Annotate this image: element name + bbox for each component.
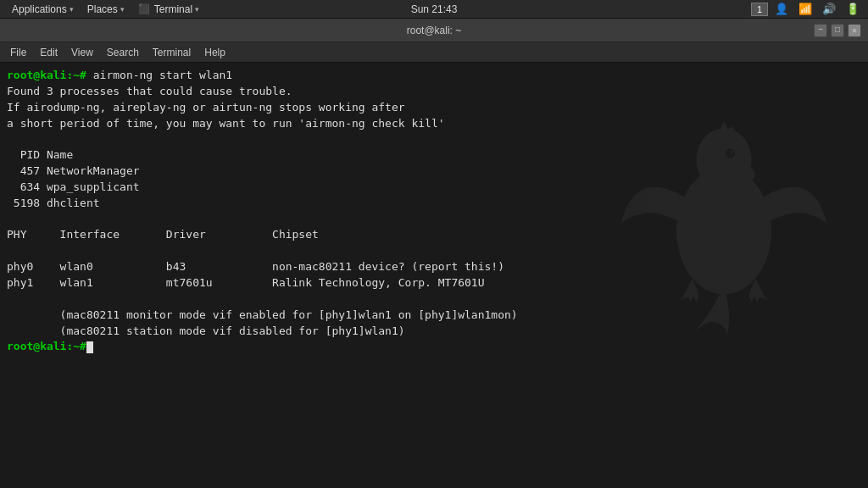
- window-controls: − □ ✕: [814, 24, 861, 37]
- battery-icon: 🔋: [843, 3, 863, 16]
- terminal-label: Terminal: [154, 3, 192, 15]
- workspace-indicator[interactable]: 1: [751, 3, 768, 16]
- title-bar: root@kali: ~ − □ ✕: [0, 19, 868, 42]
- system-tray: 1 👤 📶 🔊 🔋: [751, 3, 863, 16]
- terminal-window: root@kali: ~ − □ ✕ File Edit View: [0, 19, 868, 488]
- terminal-menu[interactable]: ⬛ Terminal ▾: [131, 2, 206, 17]
- search-menu[interactable]: Search: [100, 45, 146, 60]
- help-menu[interactable]: Help: [198, 45, 232, 60]
- wifi-icon: 📶: [795, 3, 815, 16]
- close-button[interactable]: ✕: [848, 24, 861, 37]
- applications-label: Applications: [12, 3, 67, 15]
- view-menu[interactable]: View: [64, 45, 100, 60]
- terminal-output: root@kali:~# airmon-ng start wlan1 Found…: [7, 68, 861, 355]
- cursor: [86, 341, 93, 353]
- clock-display: Sun 21:43: [411, 3, 458, 15]
- users-icon: 👤: [771, 3, 792, 16]
- system-bar: Applications ▾ Places ▾ ⬛ Terminal ▾ Sun…: [0, 0, 868, 19]
- menu-bar: File Edit View Search Terminal Help: [0, 42, 868, 63]
- terminal-arrow: ▾: [195, 5, 199, 14]
- places-menu[interactable]: Places ▾: [81, 2, 131, 17]
- applications-menu[interactable]: Applications ▾: [5, 2, 81, 17]
- terminal-menu-item[interactable]: Terminal: [146, 45, 198, 60]
- places-arrow: ▾: [120, 5, 125, 14]
- workspace-number: 1: [757, 4, 762, 14]
- window-title: root@kali: ~: [407, 25, 462, 36]
- file-menu[interactable]: File: [3, 45, 33, 60]
- applications-arrow: ▾: [70, 5, 74, 14]
- prompt1: root@kali:~#: [7, 69, 86, 81]
- places-label: Places: [87, 3, 118, 15]
- prompt2: root@kali:~#: [7, 340, 86, 352]
- system-bar-left: Applications ▾ Places ▾ ⬛ Terminal ▾: [5, 2, 206, 17]
- volume-icon: 🔊: [819, 3, 839, 16]
- minimize-button[interactable]: −: [814, 24, 827, 37]
- system-clock: Sun 21:43: [411, 3, 458, 15]
- terminal-content[interactable]: root@kali:~# airmon-ng start wlan1 Found…: [0, 63, 868, 488]
- edit-menu[interactable]: Edit: [33, 45, 64, 60]
- maximize-button[interactable]: □: [831, 24, 844, 37]
